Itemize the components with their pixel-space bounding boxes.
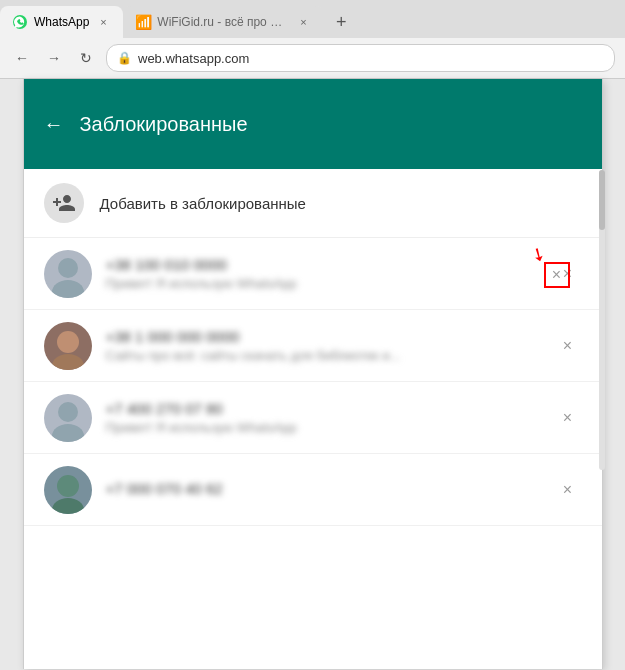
scrollbar-track[interactable] <box>599 170 605 470</box>
wifigid-favicon: 📶 <box>135 14 151 30</box>
contact-info: +38 1 000 000 0000 Сайты про всё: сайты … <box>106 328 540 363</box>
tab-bar: WhatsApp × 📶 WiFiGid.ru - всё про WiFi и… <box>0 0 625 38</box>
svg-point-1 <box>58 258 78 278</box>
contact-phone: +38 100 010 0000 <box>106 256 540 273</box>
remove-button[interactable]: × <box>554 260 582 288</box>
address-bar: ← → ↻ 🔒 web.whatsapp.com <box>0 38 625 78</box>
back-arrow[interactable]: ← <box>44 113 64 136</box>
wa-header: ← Заблокированные <box>24 79 602 169</box>
tab-wifigid-title: WiFiGid.ru - всё про WiFi и бес... <box>157 15 289 29</box>
add-blocked-row[interactable]: Добавить в заблокированные <box>24 169 602 238</box>
browser-chrome: WhatsApp × 📶 WiFiGid.ru - всё про WiFi и… <box>0 0 625 79</box>
svg-point-6 <box>52 424 84 442</box>
header-title: Заблокированные <box>80 113 248 136</box>
tab-wifigid-close[interactable]: × <box>295 14 311 30</box>
avatar <box>44 466 92 514</box>
contact-list[interactable]: +38 100 010 0000 Привет! Я использую Wha… <box>24 238 602 669</box>
contact-phone: +7 400 270 07 80 <box>106 400 540 417</box>
add-blocked-icon <box>44 183 84 223</box>
svg-point-3 <box>57 331 79 353</box>
new-tab-button[interactable]: + <box>327 8 355 36</box>
contact-info: +38 100 010 0000 Привет! Я использую Wha… <box>106 256 540 291</box>
url-bar[interactable]: 🔒 web.whatsapp.com <box>106 44 615 72</box>
svg-point-5 <box>58 402 78 422</box>
contact-row: +7 000 070 40 62 × <box>24 454 602 526</box>
avatar <box>44 322 92 370</box>
scrollbar-thumb[interactable] <box>599 170 605 230</box>
contact-phone: +38 1 000 000 0000 <box>106 328 540 345</box>
remove-button[interactable]: × <box>554 404 582 432</box>
remove-button[interactable]: × <box>554 332 582 360</box>
contact-row: +38 1 000 000 0000 Сайты про всё: сайты … <box>24 310 602 382</box>
tab-whatsapp-close[interactable]: × <box>95 14 111 30</box>
contact-row: +38 100 010 0000 Привет! Я использую Wha… <box>24 238 602 310</box>
contact-status: Сайты про всё: сайты скачать для библиот… <box>106 348 540 363</box>
refresh-button[interactable]: ↻ <box>74 46 98 70</box>
lock-icon: 🔒 <box>117 51 132 65</box>
svg-point-4 <box>52 354 84 370</box>
whatsapp-favicon <box>12 14 28 30</box>
contact-status: Привет! Я использую WhatsApp <box>106 276 540 291</box>
whatsapp-panel: ← Заблокированные Добавить в заблокирова… <box>23 79 603 669</box>
contact-row: +7 400 270 07 80 Привет! Я использую Wha… <box>24 382 602 454</box>
remove-button[interactable]: × <box>554 476 582 504</box>
tab-wifigid[interactable]: 📶 WiFiGid.ru - всё про WiFi и бес... × <box>123 6 323 38</box>
tab-whatsapp-title: WhatsApp <box>34 15 89 29</box>
avatar <box>44 394 92 442</box>
svg-point-8 <box>52 498 84 514</box>
svg-point-2 <box>52 280 84 298</box>
svg-point-7 <box>57 475 79 497</box>
avatar <box>44 250 92 298</box>
contact-phone: +7 000 070 40 62 <box>106 480 540 497</box>
url-text: web.whatsapp.com <box>138 51 249 66</box>
forward-button[interactable]: → <box>42 46 66 70</box>
back-button[interactable]: ← <box>10 46 34 70</box>
add-blocked-text: Добавить в заблокированные <box>100 195 306 212</box>
contact-status: Привет! Я использую WhatsApp <box>106 420 540 435</box>
contact-info: +7 400 270 07 80 Привет! Я использую Wha… <box>106 400 540 435</box>
tab-whatsapp[interactable]: WhatsApp × <box>0 6 123 38</box>
page-content: ← Заблокированные Добавить в заблокирова… <box>0 79 625 670</box>
contact-info: +7 000 070 40 62 <box>106 480 540 500</box>
